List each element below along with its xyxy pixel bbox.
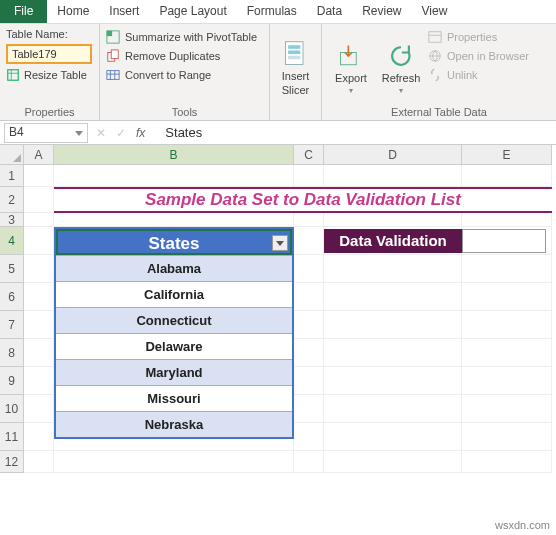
cancel-icon[interactable]: ✕ <box>96 126 106 140</box>
duplicates-icon <box>106 49 120 63</box>
tools-group-label: Tools <box>106 104 263 120</box>
col-header-A[interactable]: A <box>24 145 54 165</box>
table-row[interactable]: Maryland <box>56 359 292 385</box>
row-header-5[interactable]: 5 <box>0 255 24 283</box>
refresh-button[interactable]: Refresh ▾ <box>378 28 424 104</box>
table-row[interactable]: California <box>56 281 292 307</box>
resize-table-button[interactable]: Resize Table <box>6 68 93 82</box>
summarize-pivot-button[interactable]: Summarize with PivotTable <box>106 30 257 44</box>
unlink-icon <box>428 68 442 82</box>
menu-file[interactable]: File <box>0 0 47 23</box>
svg-rect-5 <box>107 71 119 80</box>
svg-rect-7 <box>288 45 300 49</box>
row-header-7[interactable]: 7 <box>0 311 24 339</box>
states-table: StatesAlabamaCaliforniaConnecticutDelawa… <box>54 227 294 439</box>
table-row[interactable]: Nebraska <box>56 411 292 437</box>
table-name-input[interactable] <box>6 44 92 64</box>
insert-slicer-button[interactable]: Insert Slicer <box>276 28 315 104</box>
export-label: Export <box>335 72 367 84</box>
unlink-label: Unlink <box>447 69 478 81</box>
ribbon: Table Name: Resize Table Properties Summ… <box>0 24 556 121</box>
table-header-states[interactable]: States <box>56 229 292 255</box>
menu-page-layout[interactable]: Page Layout <box>149 0 236 23</box>
page-title: Sample Data Set to Data Validation List <box>54 187 552 213</box>
browser-label: Open in Browser <box>447 50 529 62</box>
duplicates-label: Remove Duplicates <box>125 50 220 62</box>
open-browser-button: Open in Browser <box>428 49 529 63</box>
table-row[interactable]: Alabama <box>56 255 292 281</box>
ribbon-group-tools: Summarize with PivotTable Remove Duplica… <box>100 24 270 120</box>
watermark: wsxdn.com <box>495 519 550 531</box>
menu-insert[interactable]: Insert <box>99 0 149 23</box>
svg-rect-11 <box>429 32 441 43</box>
svg-rect-2 <box>107 31 112 36</box>
menu-home[interactable]: Home <box>47 0 99 23</box>
browser-icon <box>428 49 442 63</box>
menu-view[interactable]: View <box>412 0 458 23</box>
enter-icon[interactable]: ✓ <box>116 126 126 140</box>
formula-input[interactable] <box>159 123 556 142</box>
name-box[interactable]: B4 <box>4 123 88 143</box>
table-row[interactable]: Missouri <box>56 385 292 411</box>
export-button[interactable]: Export ▾ <box>328 28 374 104</box>
menu-review[interactable]: Review <box>352 0 411 23</box>
row-header-11[interactable]: 11 <box>0 423 24 451</box>
ext-props-label: Properties <box>447 31 497 43</box>
ribbon-group-properties: Table Name: Resize Table Properties <box>0 24 100 120</box>
remove-duplicates-button[interactable]: Remove Duplicates <box>106 49 257 63</box>
convert-range-button[interactable]: Convert to Range <box>106 68 257 82</box>
external-group-label: External Table Data <box>328 104 550 120</box>
menu-data[interactable]: Data <box>307 0 352 23</box>
title-text: Sample Data Set to Data Validation List <box>145 190 461 210</box>
row-header-10[interactable]: 10 <box>0 395 24 423</box>
svg-rect-0 <box>8 70 19 81</box>
chevron-down-icon: ▾ <box>349 86 353 95</box>
range-label: Convert to Range <box>125 69 211 81</box>
filter-dropdown-icon[interactable] <box>272 235 288 251</box>
col-header-E[interactable]: E <box>462 145 552 165</box>
svg-rect-8 <box>288 51 300 55</box>
row-header-8[interactable]: 8 <box>0 339 24 367</box>
ribbon-group-external: Export ▾ Refresh ▾ Properties Open in Br… <box>322 24 556 120</box>
col-header-C[interactable]: C <box>294 145 324 165</box>
col-header-D[interactable]: D <box>324 145 462 165</box>
table-row[interactable]: Delaware <box>56 333 292 359</box>
ribbon-group-slicer: Insert Slicer <box>270 24 322 120</box>
unlink-button: Unlink <box>428 68 529 82</box>
col-header-B[interactable]: B <box>54 145 294 165</box>
select-all-corner[interactable] <box>0 145 24 165</box>
properties-group-label: Properties <box>6 104 93 120</box>
row-header-6[interactable]: 6 <box>0 283 24 311</box>
row-header-9[interactable]: 9 <box>0 367 24 395</box>
pivot-icon <box>106 30 120 44</box>
pivot-label: Summarize with PivotTable <box>125 31 257 43</box>
row-header-3[interactable]: 3 <box>0 213 24 227</box>
resize-table-label: Resize Table <box>24 69 87 81</box>
refresh-icon <box>387 42 415 70</box>
fx-icon[interactable]: fx <box>136 126 151 140</box>
data-validation-header: Data Validation <box>324 229 462 253</box>
table-name-label: Table Name: <box>6 28 93 40</box>
row-header-1[interactable]: 1 <box>0 165 24 187</box>
slicer-label1: Insert <box>282 70 310 82</box>
menu-formulas[interactable]: Formulas <box>237 0 307 23</box>
slicer-icon <box>282 40 310 68</box>
resize-icon <box>6 68 20 82</box>
slicer-spacer <box>276 104 315 120</box>
svg-rect-4 <box>111 50 118 59</box>
ext-properties-button: Properties <box>428 30 529 44</box>
data-validation-cell[interactable] <box>462 229 546 253</box>
formula-buttons: ✕ ✓ fx <box>88 126 159 140</box>
range-icon <box>106 68 120 82</box>
menu-bar: File Home Insert Page Layout Formulas Da… <box>0 0 556 24</box>
row-header-2[interactable]: 2 <box>0 187 24 213</box>
table-row[interactable]: Connecticut <box>56 307 292 333</box>
refresh-label: Refresh <box>382 72 421 84</box>
properties-icon <box>428 30 442 44</box>
export-icon <box>337 42 365 70</box>
row-header-4[interactable]: 4 <box>0 227 24 255</box>
svg-rect-9 <box>288 56 300 60</box>
slicer-label2: Slicer <box>282 84 310 96</box>
row-header-12[interactable]: 12 <box>0 451 24 473</box>
formula-bar: B4 ✕ ✓ fx <box>0 121 556 145</box>
